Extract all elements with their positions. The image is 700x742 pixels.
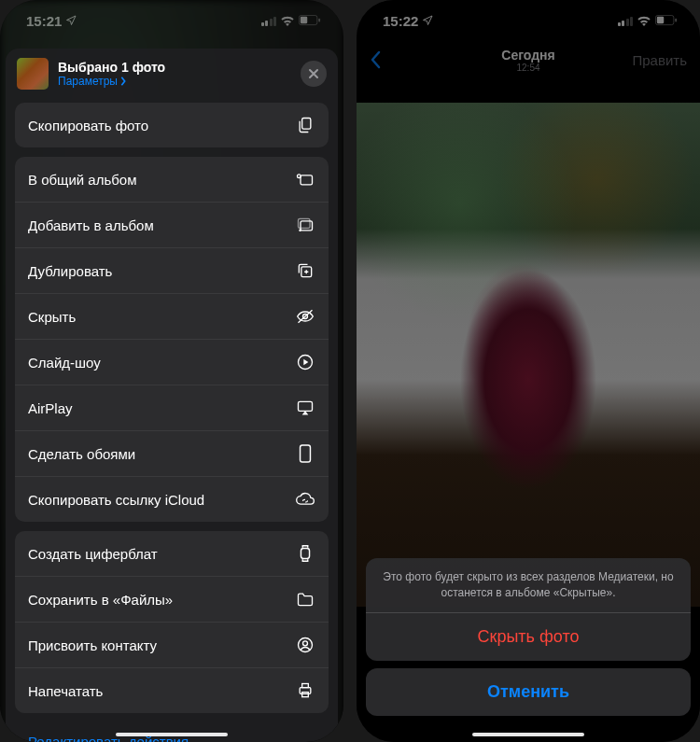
action-copy-photo[interactable]: Скопировать фото [15, 103, 329, 147]
action-label: Сделать обоями [28, 446, 135, 462]
action-shared-album[interactable]: В общий альбом [15, 157, 329, 202]
phone-left-share-sheet: 15:21 Выбрано 1 фото Параметры [0, 0, 343, 742]
confirm-message: Это фото будет скрыто из всех разделов М… [366, 558, 691, 613]
confirm-action-sheet: Это фото будет скрыто из всех разделов М… [366, 558, 691, 716]
home-indicator[interactable] [472, 733, 584, 736]
share-sheet: Выбрано 1 фото Параметры Скопировать фот… [6, 49, 338, 742]
svg-rect-12 [301, 445, 311, 462]
watch-icon [295, 543, 315, 564]
play-icon [295, 352, 315, 372]
share-sheet-header: Выбрано 1 фото Параметры [6, 49, 338, 103]
action-airplay[interactable]: AirPlay [15, 385, 329, 430]
action-add-to-album[interactable]: Добавить в альбом [15, 202, 329, 247]
duplicate-icon [295, 260, 315, 281]
svg-point-5 [298, 175, 301, 178]
action-wallpaper[interactable]: Сделать обоями [15, 430, 329, 476]
copy-icon [295, 115, 315, 135]
action-label: Присвоить контакту [28, 637, 157, 653]
action-group: Скопировать фото [15, 103, 329, 147]
action-label: AirPlay [28, 400, 73, 416]
share-sheet-options-link[interactable]: Параметры [58, 75, 291, 88]
action-create-watchface[interactable]: Создать циферблат [15, 531, 329, 576]
add-album-icon [295, 215, 315, 235]
action-slideshow[interactable]: Слайд-шоу [15, 339, 329, 385]
action-label: Дублировать [28, 263, 112, 279]
action-label: Создать циферблат [28, 546, 158, 562]
photo-thumbnail[interactable] [17, 58, 49, 90]
action-assign-contact[interactable]: Присвоить контакту [15, 622, 329, 667]
action-copy-icloud-link[interactable]: Скопировать ссылку iCloud [15, 476, 329, 522]
action-label: Добавить в альбом [28, 217, 154, 233]
action-label: Скрыть [28, 309, 76, 325]
action-label: Сохранить в «Файлы» [28, 592, 173, 608]
cancel-card: Отменить [366, 668, 691, 716]
action-label: Слайд-шоу [28, 355, 101, 371]
action-hide[interactable]: Скрыть [15, 293, 329, 339]
hide-icon [295, 306, 315, 327]
print-icon [295, 680, 315, 701]
svg-point-15 [303, 641, 308, 646]
action-label: В общий альбом [28, 172, 137, 188]
chevron-right-icon [119, 77, 127, 86]
cancel-button[interactable]: Отменить [366, 668, 691, 716]
shared-album-icon [295, 169, 315, 189]
actions-list[interactable]: Скопировать фото В общий альбом Добавить… [6, 103, 338, 742]
action-save-to-files[interactable]: Сохранить в «Файлы» [15, 576, 329, 622]
action-group: Создать циферблат Сохранить в «Файлы» Пр… [15, 531, 329, 713]
airplay-icon [295, 398, 315, 418]
phone-icon [295, 443, 315, 464]
close-button[interactable] [301, 61, 327, 87]
svg-rect-3 [302, 119, 311, 130]
close-icon [308, 68, 319, 79]
action-duplicate[interactable]: Дублировать [15, 247, 329, 293]
home-indicator[interactable] [116, 733, 228, 736]
svg-rect-11 [299, 401, 313, 411]
svg-rect-18 [302, 693, 309, 697]
hide-photo-button[interactable]: Скрыть фото [366, 613, 691, 661]
action-group: В общий альбом Добавить в альбом Дублиро… [15, 157, 329, 522]
action-print[interactable]: Напечатать [15, 667, 329, 713]
svg-rect-4 [301, 175, 313, 185]
folder-icon [295, 589, 315, 609]
svg-rect-13 [301, 549, 309, 559]
cloud-link-icon [295, 489, 315, 510]
phone-right-hide-confirm: 15:22 Сегодня 12:54 Править Это фото буд… [357, 0, 700, 742]
confirm-card: Это фото будет скрыто из всех разделов М… [366, 558, 691, 661]
action-label: Скопировать фото [28, 118, 148, 133]
action-label: Напечатать [28, 683, 103, 699]
svg-rect-17 [302, 684, 309, 688]
share-sheet-title: Выбрано 1 фото [58, 60, 291, 75]
action-label: Скопировать ссылку iCloud [28, 492, 204, 508]
contact-icon [295, 635, 315, 655]
